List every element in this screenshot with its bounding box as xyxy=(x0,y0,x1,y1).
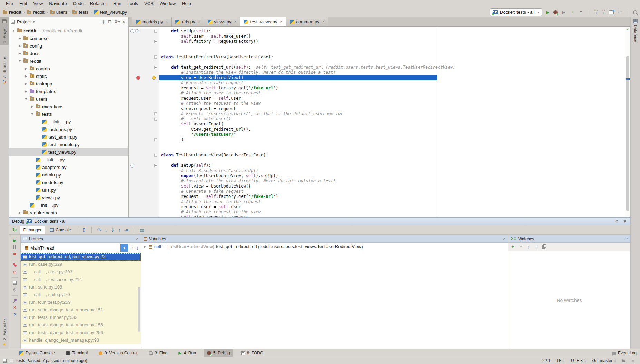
tree-item-migrations[interactable]: ▶migrations xyxy=(9,103,128,110)
menu-run[interactable]: Run xyxy=(110,0,125,8)
code-line[interactable]: self.view = UserUpdateView() xyxy=(129,184,630,189)
fold-marker[interactable]: − xyxy=(154,118,157,121)
hector-icon[interactable]: ☺ xyxy=(631,358,635,363)
gutter[interactable] xyxy=(129,179,159,184)
tree-collapse-arrow[interactable]: ▼ xyxy=(18,59,22,63)
force-step-into-icon[interactable]: ⇓ xyxy=(111,227,115,233)
step-out-icon[interactable]: ↑ xyxy=(118,227,121,233)
step-over-icon[interactable]: ↷ xyxy=(97,227,101,233)
fold-marker[interactable]: − xyxy=(154,55,157,59)
frames-scrollbar[interactable] xyxy=(138,287,140,332)
frame-row[interactable]: run, case.py:329 xyxy=(21,261,141,268)
gutter[interactable] xyxy=(129,70,159,75)
tree-item-views-py[interactable]: views.py xyxy=(9,194,128,201)
tree-collapse-arrow[interactable]: ▼ xyxy=(30,112,34,116)
code-line[interactable]: ↑− def setUp(self): xyxy=(129,163,630,168)
gutter[interactable] xyxy=(129,210,159,215)
float-panel-icon[interactable]: ↗ xyxy=(136,237,138,241)
overrides-icon[interactable]: ↑ xyxy=(130,29,134,33)
breadcrumb-item-tests[interactable]: tests xyxy=(72,10,88,15)
gutter[interactable] xyxy=(129,60,159,65)
tree-item-users[interactable]: ▼users xyxy=(9,95,128,103)
tree-item-test_models-py[interactable]: test_models.py xyxy=(9,141,128,148)
toolwindow-python-console[interactable]: Python Console xyxy=(16,349,58,357)
fold-marker[interactable]: − xyxy=(154,112,157,115)
tree-item-compose[interactable]: ▶compose xyxy=(9,34,128,42)
tree-item-static[interactable]: ▶static xyxy=(9,72,128,80)
code-line[interactable]: − def test_get_redirect_url(self): self:… xyxy=(129,65,630,70)
gutter[interactable]: ↑− xyxy=(129,163,159,168)
code-line[interactable]: −class TestUserUpdateView(BaseUserTestCa… xyxy=(129,153,630,158)
gutter[interactable] xyxy=(129,184,159,189)
status-message[interactable]: Tests Passed: 7 passed (a minute ago) xyxy=(10,358,87,363)
code-line[interactable]: # Instantiate the view directly. Never d… xyxy=(129,70,630,75)
code-line[interactable]: view.get_redirect_url(), xyxy=(129,127,630,132)
project-panel-title[interactable]: Project xyxy=(17,19,31,24)
tree-item-adapters-py[interactable]: adapters.py xyxy=(9,163,128,171)
overridden-icon[interactable]: ↓ xyxy=(135,29,139,33)
code-line[interactable]: request = self.factory.get('/fake-url') xyxy=(129,194,630,199)
gutter[interactable] xyxy=(129,85,159,91)
tree-expand-arrow[interactable]: ▶ xyxy=(30,105,34,108)
tree-item-__init__-py[interactable]: __init__.py xyxy=(9,156,128,163)
code-line[interactable]: − self.factory = RequestFactory() xyxy=(129,39,630,44)
breakpoint-icon[interactable] xyxy=(136,76,140,80)
locate-icon[interactable]: ◎ xyxy=(102,19,105,24)
resume-icon[interactable]: ▶ xyxy=(13,238,17,243)
code-line[interactable]: # Attach the user to the request xyxy=(129,91,630,96)
gear-icon[interactable]: ⚙▾ xyxy=(114,19,120,24)
add-icon[interactable]: + xyxy=(511,244,514,250)
menu-edit[interactable]: Edit xyxy=(16,0,30,8)
pause-icon[interactable] xyxy=(13,245,16,249)
code-line[interactable]: request.user = self.user xyxy=(129,96,630,101)
fold-marker[interactable]: − xyxy=(154,164,157,167)
gutter[interactable] xyxy=(129,173,159,179)
breadcrumb-item-users[interactable]: users xyxy=(50,10,67,15)
menu-tools[interactable]: Tools xyxy=(125,0,141,8)
next-frame-icon[interactable]: ↓ xyxy=(136,245,139,251)
tree-expand-arrow[interactable]: ▶ xyxy=(18,44,22,48)
code-line[interactable]: ↑↓− def setUp(self): xyxy=(129,29,630,34)
tree-expand-arrow[interactable]: ▶ xyxy=(18,52,22,55)
code-line[interactable] xyxy=(129,142,630,148)
chevron-down-icon[interactable]: ▾ xyxy=(33,20,35,24)
tree-collapse-arrow[interactable]: ▼ xyxy=(24,97,28,101)
tool-stripe-structure[interactable]: 7: Structure xyxy=(0,54,9,86)
menu-view[interactable]: View xyxy=(30,0,46,8)
gutter[interactable] xyxy=(129,91,159,96)
code-line[interactable]: request = self.factory.get('/fake-url') xyxy=(129,85,630,91)
tree-item-templates[interactable]: ▶templates xyxy=(9,88,128,95)
fold-marker[interactable]: − xyxy=(154,40,157,43)
code-line[interactable] xyxy=(129,60,630,65)
gutter[interactable] xyxy=(129,158,159,163)
tree-expand-arrow[interactable]: ▶ xyxy=(18,37,22,40)
toolwindow-5-debug[interactable]: 5: Debug xyxy=(204,349,233,357)
debug-icon[interactable] xyxy=(207,351,211,355)
status-22-1[interactable]: 22:1 xyxy=(542,358,550,363)
menu-help[interactable]: Help xyxy=(179,0,194,8)
toolwindow-terminal[interactable]: Terminal xyxy=(63,349,91,357)
frame-row[interactable]: __call__, testcases.py:214 xyxy=(21,276,141,283)
tree-item-contrib[interactable]: ▶contrib xyxy=(9,65,128,72)
local-history-icon[interactable] xyxy=(609,10,614,14)
run-config-select[interactable]: Docker: tests - all ▾ xyxy=(490,8,542,16)
intention-bulb-icon[interactable] xyxy=(152,76,156,79)
frame-row[interactable]: __call__, suite.py:70 xyxy=(21,291,141,299)
step-into-icon[interactable]: ↓ xyxy=(105,227,107,233)
code-line[interactable]: # Generate a fake request xyxy=(129,80,630,85)
hide-panel-icon[interactable]: ▼ xyxy=(623,219,627,224)
frame-row[interactable]: run, tcunittest.py:259 xyxy=(21,299,141,306)
tree-item-test_admin-py[interactable]: test_admin.py xyxy=(9,133,128,141)
tree-expand-arrow[interactable]: ▶ xyxy=(24,67,28,70)
tool-window-switcher-icon[interactable] xyxy=(3,359,7,363)
tree-collapse-arrow[interactable]: ▼ xyxy=(12,29,16,32)
tab-common-py[interactable]: common.py× xyxy=(286,17,328,26)
editor-body[interactable]: ↑↓− def setUp(self): self.user = self.ma… xyxy=(129,27,630,217)
frame-row[interactable]: handle, django_test_manage.py:93 xyxy=(21,336,141,344)
tool-stripe-database[interactable]: Database xyxy=(631,17,640,44)
gutter[interactable]: − xyxy=(129,153,159,158)
code-line[interactable]: # Attach the request to the view xyxy=(129,101,630,106)
fold-marker[interactable]: − xyxy=(154,138,157,141)
code-line[interactable]: −class TestUserRedirectView(BaseUserTest… xyxy=(129,54,630,60)
breadcrumb-item-test_views-py[interactable]: test_views.py xyxy=(94,10,127,15)
